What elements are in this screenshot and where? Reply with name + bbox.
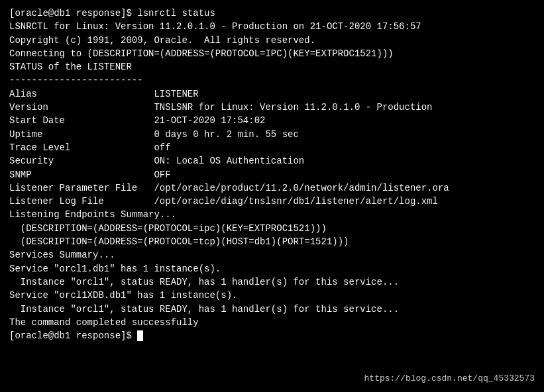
terminal-line: Start Date 21-OCT-2020 17:54:02	[9, 114, 535, 127]
terminal-line: Trace Level off	[9, 141, 535, 154]
terminal-line: (DESCRIPTION=(ADDRESS=(PROTOCOL=tcp)(HOS…	[9, 235, 535, 248]
terminal-line: Service "orcl1XDB.db1" has 1 instance(s)…	[9, 289, 535, 302]
terminal-line: Listener Parameter File /opt/oracle/prod…	[9, 181, 535, 195]
terminal-line: [oracle@db1 response]$ lsnrctl status	[9, 7, 535, 20]
terminal-line: Version TNSLSNR for Linux: Version 11.2.…	[9, 101, 535, 114]
terminal-line: Alias LISTENER	[9, 87, 535, 101]
terminal-line: Instance "orcl1", status READY, has 1 ha…	[9, 303, 535, 316]
terminal-line: [oracle@db1 response]$	[9, 329, 535, 342]
terminal-line: Services Summary...	[9, 248, 535, 262]
terminal-line: Copyright (c) 1991, 2009, Oracle. All ri…	[9, 34, 535, 47]
terminal-line: STATUS of the LISTENER	[9, 60, 535, 74]
terminal-line: Instance "orcl1", status READY, has 1 ha…	[9, 275, 535, 289]
terminal-line: Listener Log File /opt/oracle/diag/tnsls…	[9, 195, 535, 208]
terminal-line: LSNRCTL for Linux: Version 11.2.0.1.0 - …	[9, 20, 535, 33]
terminal-line: Security ON: Local OS Authentication	[9, 154, 535, 168]
terminal-output: [oracle@db1 response]$ lsnrctl statusLSN…	[9, 7, 535, 342]
watermark: https://blog.csdn.net/qq_45332573	[364, 373, 535, 385]
terminal-window: [oracle@db1 response]$ lsnrctl statusLSN…	[0, 0, 544, 392]
terminal-line: Connecting to (DESCRIPTION=(ADDRESS=(PRO…	[9, 47, 535, 60]
terminal-line: ------------------------	[9, 74, 535, 87]
terminal-line: The command completed successfully	[9, 316, 535, 329]
terminal-line: Listening Endpoints Summary...	[9, 208, 535, 221]
cursor	[137, 330, 142, 341]
terminal-line: SNMP OFF	[9, 168, 535, 181]
terminal-line: Uptime 0 days 0 hr. 2 min. 55 sec	[9, 128, 535, 141]
terminal-line: (DESCRIPTION=(ADDRESS=(PROTOCOL=ipc)(KEY…	[9, 222, 535, 235]
terminal-line: Service "orcl1.db1" has 1 instance(s).	[9, 262, 535, 275]
